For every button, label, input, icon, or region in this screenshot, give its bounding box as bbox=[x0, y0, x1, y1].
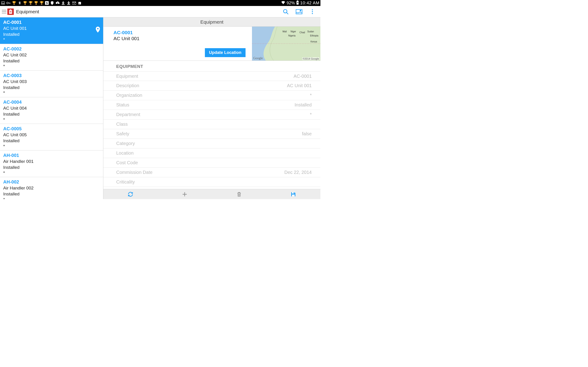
refresh-button[interactable] bbox=[127, 191, 134, 198]
list-item-org: * bbox=[3, 197, 100, 199]
field-row[interactable]: Commission Date Dec 22, 2014 bbox=[103, 168, 320, 177]
search-button[interactable] bbox=[282, 8, 289, 15]
svg-point-19 bbox=[300, 10, 301, 11]
list-item-code: AH-001 bbox=[3, 152, 100, 158]
field-row[interactable]: Category bbox=[103, 139, 320, 148]
svg-rect-21 bbox=[312, 11, 313, 12]
list-item[interactable]: AC-0003 AC Unit 003 Installed * bbox=[0, 71, 103, 97]
field-row[interactable]: Safety false bbox=[103, 129, 320, 139]
page-title: Equipment bbox=[16, 9, 282, 15]
list-item-org: * bbox=[3, 170, 100, 176]
map-label: Chad bbox=[300, 31, 305, 34]
map-thumbnail[interactable]: Mali Niger Chad Sudan Nigeria Ethiopia K… bbox=[252, 27, 320, 60]
field-row[interactable]: Equipment AC-0001 bbox=[103, 71, 320, 81]
list-item-status: Installed bbox=[3, 85, 100, 91]
detail-equipment-code: AC-0001 bbox=[113, 30, 247, 35]
list-item-status: Installed bbox=[3, 191, 100, 197]
field-label: Category bbox=[116, 141, 135, 146]
field-row[interactable]: Department * bbox=[103, 110, 320, 119]
svg-rect-12 bbox=[10, 9, 11, 10]
add-button[interactable] bbox=[181, 191, 188, 198]
save-button[interactable] bbox=[290, 191, 297, 198]
field-value: false bbox=[302, 131, 312, 136]
field-label: Equipment bbox=[116, 74, 138, 79]
list-item-name: Air Handler 002 bbox=[3, 185, 100, 191]
map-provider-logo: Google bbox=[253, 56, 263, 60]
key-icon bbox=[6, 1, 10, 5]
map-label: Sudan bbox=[307, 30, 314, 33]
trophy-icon: 🏆 bbox=[34, 1, 38, 5]
list-item[interactable]: AC-0001 AC Unit 001 Installed * bbox=[0, 17, 103, 44]
field-value: * bbox=[310, 93, 312, 98]
svg-rect-11 bbox=[9, 10, 12, 14]
list-item-name: AC Unit 003 bbox=[3, 79, 100, 85]
field-value: Dec 22, 2014 bbox=[284, 170, 312, 175]
menu-icon[interactable] bbox=[2, 9, 6, 14]
list-item-status: Installed bbox=[3, 111, 100, 117]
equipment-detail-pane: Equipment AC-0001 AC Unit 001 Update Loc… bbox=[103, 17, 320, 199]
battery-percent: 92% bbox=[287, 1, 295, 6]
field-row[interactable]: Class bbox=[103, 119, 320, 129]
field-label: Criticality bbox=[116, 179, 135, 185]
delete-button[interactable] bbox=[236, 191, 242, 198]
detail-fields[interactable]: EQUIPMENT Equipment AC-0001 Description … bbox=[103, 61, 320, 189]
list-item-org: * bbox=[3, 37, 100, 42]
field-row[interactable]: Description AC Unit 001 bbox=[103, 81, 320, 91]
field-label: Class bbox=[116, 122, 128, 127]
skype-icon: S bbox=[45, 1, 49, 5]
field-row[interactable]: Criticality bbox=[103, 177, 320, 187]
field-row[interactable]: Cost Code bbox=[103, 158, 320, 168]
battery-icon bbox=[296, 0, 299, 6]
list-item-org: * bbox=[3, 64, 100, 69]
list-item-org: * bbox=[3, 117, 100, 123]
field-label: Description bbox=[116, 83, 139, 88]
status-bar-notification-icons: 🏆 𝕿 🏆 🏆 🏆 🏆 S bbox=[1, 1, 82, 5]
app-bar: Equipment bbox=[0, 6, 320, 17]
list-item-name: AC Unit 001 bbox=[3, 25, 100, 31]
list-item-name: AC Unit 002 bbox=[3, 52, 100, 58]
svg-rect-29 bbox=[292, 194, 295, 196]
field-row[interactable]: Location bbox=[103, 148, 320, 158]
list-item-code: AC-0005 bbox=[3, 126, 100, 132]
list-item-status: Installed bbox=[3, 138, 100, 144]
svg-rect-2 bbox=[8, 3, 10, 3]
download-icon bbox=[61, 1, 65, 5]
detail-equipment-name: AC Unit 001 bbox=[113, 36, 247, 41]
map-label: Mali bbox=[283, 30, 287, 33]
shield-icon bbox=[50, 1, 54, 5]
svg-rect-0 bbox=[2, 2, 4, 4]
field-label: Safety bbox=[116, 131, 129, 136]
svg-line-17 bbox=[286, 12, 288, 14]
list-item[interactable]: AH-001 Air Handler 001 Installed * bbox=[0, 150, 103, 177]
map-button[interactable] bbox=[296, 8, 303, 15]
list-item-name: AC Unit 005 bbox=[3, 132, 100, 138]
list-item-code: AC-0004 bbox=[3, 99, 100, 105]
list-item[interactable]: AC-0004 AC Unit 004 Installed * bbox=[0, 97, 103, 124]
trophy-icon: 🏆 bbox=[40, 1, 44, 5]
list-item[interactable]: AH-002 Air Handler 002 Installed * bbox=[0, 177, 103, 199]
list-item-code: AH-002 bbox=[3, 179, 100, 185]
svg-rect-28 bbox=[293, 192, 294, 193]
field-value: Installed bbox=[295, 102, 312, 108]
field-row[interactable]: Status Installed bbox=[103, 100, 320, 110]
svg-rect-10 bbox=[297, 0, 298, 1]
status-bar-clock: 10:42 AM bbox=[300, 0, 320, 6]
list-item-code: AC-0001 bbox=[3, 19, 100, 25]
field-row[interactable]: Organization * bbox=[103, 91, 320, 100]
status-bar-system-icons: 92% 10:42 AM bbox=[281, 0, 320, 6]
wifi-icon bbox=[281, 1, 285, 6]
list-item[interactable]: AC-0002 AC Unit 002 Installed * bbox=[0, 44, 103, 71]
mail-icon bbox=[72, 1, 76, 5]
field-value: AC Unit 001 bbox=[287, 83, 312, 88]
svg-rect-13 bbox=[10, 11, 11, 11]
list-item-code: AC-0002 bbox=[3, 46, 100, 52]
list-item[interactable]: AC-0005 AC Unit 005 Installed * bbox=[0, 124, 103, 150]
svg-point-1 bbox=[7, 2, 9, 4]
app-logo-icon bbox=[7, 8, 14, 15]
overflow-menu-button[interactable] bbox=[309, 8, 316, 15]
cloud-upload-icon bbox=[56, 1, 60, 5]
download-icon bbox=[67, 1, 71, 5]
update-location-button[interactable]: Update Location bbox=[205, 48, 246, 57]
equipment-list[interactable]: AC-0001 AC Unit 001 Installed * AC-0002 … bbox=[0, 17, 103, 199]
svg-rect-14 bbox=[10, 11, 11, 12]
